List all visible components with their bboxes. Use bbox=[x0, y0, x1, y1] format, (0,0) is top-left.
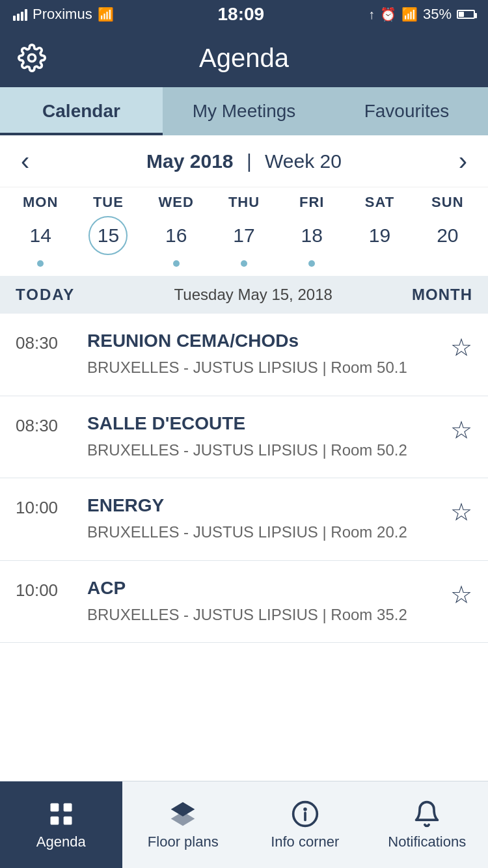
calendar-month-year: May 2018 | Week 20 bbox=[40, 150, 448, 172]
bluetooth-icon: 📶 bbox=[401, 7, 418, 22]
tab-favourites[interactable]: Favourites bbox=[325, 87, 488, 135]
event-location-3: BRUXELLES - JUSTUS LIPSIUS | Room 20.2 bbox=[87, 521, 437, 543]
favourite-star-4[interactable]: ☆ bbox=[450, 578, 472, 609]
floorplans-icon bbox=[169, 800, 197, 828]
event-time-3: 10:00 bbox=[16, 495, 74, 518]
event-location-2: BRUXELLES - JUSTUS LIPSIUS | Room 50.2 bbox=[87, 439, 437, 461]
settings-button[interactable] bbox=[16, 42, 48, 74]
today-date: Tuesday May 15, 2018 bbox=[94, 286, 412, 304]
today-bar: TODAY Tuesday May 15, 2018 MONTH bbox=[0, 276, 488, 314]
bottom-nav-agenda[interactable]: Agenda bbox=[0, 781, 122, 868]
day-20[interactable]: 20 bbox=[414, 216, 481, 267]
event-details-1: REUNION CEMA/CHODs BRUXELLES - JUSTUS LI… bbox=[87, 331, 437, 379]
tab-my-meetings[interactable]: My Meetings bbox=[163, 87, 325, 135]
info-icon bbox=[291, 800, 319, 828]
event-title-3: ENERGY bbox=[87, 495, 437, 516]
bottom-nav-infocorner-label: Info corner bbox=[271, 834, 339, 850]
today-label: TODAY bbox=[16, 286, 75, 304]
svg-marker-6 bbox=[171, 811, 195, 826]
event-title-4: ACP bbox=[87, 578, 437, 599]
event-item-4[interactable]: 10:00 ACP BRUXELLES - JUSTUS LIPSIUS | R… bbox=[0, 561, 488, 644]
days-header: MON TUE WED THU FRI SAT SUN bbox=[0, 187, 488, 211]
svg-point-0 bbox=[29, 55, 36, 62]
favourite-star-3[interactable]: ☆ bbox=[450, 495, 472, 526]
day-15-today[interactable]: 15 bbox=[74, 216, 142, 267]
app-header: Agenda bbox=[0, 29, 488, 87]
bottom-nav-floorplans[interactable]: Floor plans bbox=[122, 781, 245, 868]
tab-bar: Calendar My Meetings Favourites bbox=[0, 87, 488, 135]
favourite-star-2[interactable]: ☆ bbox=[450, 413, 472, 444]
day-16[interactable]: 16 bbox=[142, 216, 210, 267]
battery-percent: 35% bbox=[423, 6, 452, 23]
main-content: ‹ May 2018 | Week 20 › MON TUE WED THU F… bbox=[0, 135, 488, 781]
status-right: ↑ ⏰ 📶 35% bbox=[368, 6, 475, 23]
event-time-2: 08:30 bbox=[16, 413, 74, 436]
bottom-nav-floorplans-label: Floor plans bbox=[148, 834, 219, 850]
bottom-nav-notifications[interactable]: Notifications bbox=[366, 781, 489, 868]
bottom-nav: Agenda Floor plans Info corner Notificat… bbox=[0, 781, 488, 868]
bottom-nav-agenda-label: Agenda bbox=[36, 834, 86, 850]
event-item-2[interactable]: 08:30 SALLE D'ECOUTE BRUXELLES - JUSTUS … bbox=[0, 396, 488, 479]
status-bar: Proximus 📶 18:09 ↑ ⏰ 📶 35% bbox=[0, 0, 488, 29]
event-details-2: SALLE D'ECOUTE BRUXELLES - JUSTUS LIPSIU… bbox=[87, 413, 437, 461]
bottom-nav-notifications-label: Notifications bbox=[388, 834, 466, 850]
alarm-icon: ⏰ bbox=[380, 7, 396, 22]
event-location-1: BRUXELLES - JUSTUS LIPSIUS | Room 50.1 bbox=[87, 357, 437, 379]
bell-icon bbox=[413, 800, 441, 828]
day-name-thu: THU bbox=[210, 194, 278, 211]
day-name-sun: SUN bbox=[414, 194, 481, 211]
day-name-mon: MON bbox=[7, 194, 74, 211]
day-name-tue: TUE bbox=[74, 194, 142, 211]
battery-icon bbox=[457, 10, 475, 19]
favourite-star-1[interactable]: ☆ bbox=[450, 331, 472, 362]
tab-calendar[interactable]: Calendar bbox=[0, 87, 163, 135]
prev-week-button[interactable]: ‹ bbox=[10, 141, 40, 181]
svg-rect-4 bbox=[63, 816, 72, 824]
day-17[interactable]: 17 bbox=[210, 216, 278, 267]
wifi-icon: 📶 bbox=[98, 7, 114, 22]
carrier-name: Proximus bbox=[33, 6, 92, 23]
bottom-nav-infocorner[interactable]: Info corner bbox=[244, 781, 366, 868]
event-time-1: 08:30 bbox=[16, 331, 74, 353]
event-item-1[interactable]: 08:30 REUNION CEMA/CHODs BRUXELLES - JUS… bbox=[0, 314, 488, 396]
day-18[interactable]: 18 bbox=[278, 216, 346, 267]
event-time-4: 10:00 bbox=[16, 578, 74, 601]
settings-icon bbox=[18, 44, 46, 72]
svg-rect-2 bbox=[63, 803, 72, 811]
days-row: 14 15 16 17 18 19 20 bbox=[0, 211, 488, 276]
events-list: 08:30 REUNION CEMA/CHODs BRUXELLES - JUS… bbox=[0, 314, 488, 643]
svg-rect-1 bbox=[50, 803, 59, 811]
agenda-icon bbox=[47, 800, 75, 828]
next-week-button[interactable]: › bbox=[448, 141, 478, 181]
page-title: Agenda bbox=[199, 44, 289, 73]
event-title-2: SALLE D'ECOUTE bbox=[87, 413, 437, 434]
svg-rect-3 bbox=[50, 816, 59, 824]
day-name-fri: FRI bbox=[278, 194, 346, 211]
event-title-1: REUNION CEMA/CHODs bbox=[87, 331, 437, 351]
event-details-3: ENERGY BRUXELLES - JUSTUS LIPSIUS | Room… bbox=[87, 495, 437, 543]
day-name-sat: SAT bbox=[346, 194, 413, 211]
day-name-wed: WED bbox=[142, 194, 210, 211]
status-left: Proximus 📶 bbox=[13, 6, 114, 23]
status-time: 18:09 bbox=[218, 4, 265, 25]
event-location-4: BRUXELLES - JUSTUS LIPSIUS | Room 35.2 bbox=[87, 604, 437, 626]
signal-icon bbox=[13, 8, 27, 21]
event-details-4: ACP BRUXELLES - JUSTUS LIPSIUS | Room 35… bbox=[87, 578, 437, 626]
day-14[interactable]: 14 bbox=[7, 216, 74, 267]
event-item-3[interactable]: 10:00 ENERGY BRUXELLES - JUSTUS LIPSIUS … bbox=[0, 478, 488, 561]
location-icon: ↑ bbox=[368, 7, 375, 22]
month-view-button[interactable]: MONTH bbox=[412, 286, 472, 304]
calendar-nav: ‹ May 2018 | Week 20 › bbox=[0, 135, 488, 187]
day-19[interactable]: 19 bbox=[346, 216, 413, 267]
